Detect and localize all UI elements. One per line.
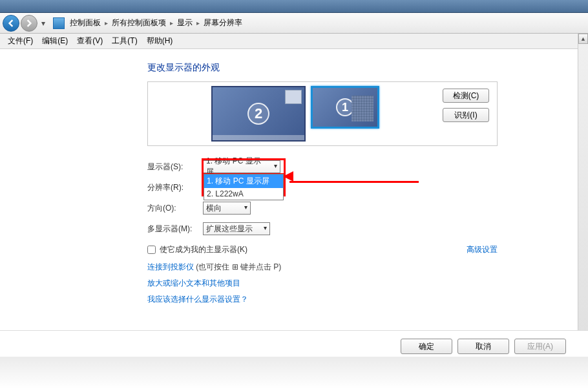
grid-thumb-icon [352,96,373,121]
breadcrumb-item[interactable]: 屏幕分辨率 [202,17,244,28]
breadcrumb[interactable]: 控制面板▸ 所有控制面板项▸ 显示▸ 屏幕分辨率 [68,17,244,28]
ok-button[interactable]: 确定 [401,339,452,354]
content-pane: 更改显示器的外观 2 1 检测(C) 识别(I) 显示器(S): 1. 移动 P… [0,49,588,311]
orientation-select[interactable]: 横向 [203,202,251,215]
taskbar-thumb [213,135,304,140]
resolution-label: 分辨率(R): [147,182,203,193]
navigation-bar: ▾ 控制面板▸ 所有控制面板项▸ 显示▸ 屏幕分辨率 [0,13,588,34]
advanced-settings-link[interactable]: 高级设置 [467,244,498,255]
menu-tools[interactable]: 工具(T) [108,34,141,48]
dropdown-option-1[interactable]: 1. 移动 PC 显示屏 [204,174,283,188]
arrow-line [289,181,419,183]
primary-display-checkbox[interactable] [147,246,156,254]
control-panel-icon [53,17,65,29]
detect-button[interactable]: 检测(C) [443,89,489,103]
identify-button[interactable]: 识别(I) [443,108,489,122]
cancel-button[interactable]: 取消 [457,339,509,354]
monitor-preview-box: 2 1 检测(C) 识别(I) [147,81,498,146]
menu-help[interactable]: 帮助(H) [143,34,177,48]
multi-display-select[interactable]: 扩展这些显示 [203,222,270,235]
menu-file[interactable]: 文件(F) [4,34,37,48]
monitor-1-preview[interactable]: 1 [311,86,379,129]
menu-edit[interactable]: 编辑(E) [38,34,72,48]
window-titlebar [0,0,588,13]
breadcrumb-item[interactable]: 显示 [176,17,194,28]
apply-button[interactable]: 应用(A) [514,339,566,354]
arrow-head-icon [283,171,293,182]
breadcrumb-item[interactable]: 所有控制面板项 [110,17,167,28]
nav-history-dropdown[interactable]: ▾ [39,17,48,30]
menu-view[interactable]: 查看(V) [73,34,107,48]
breadcrumb-item[interactable]: 控制面板 [68,17,102,28]
scroll-up-icon[interactable]: ▲ [578,34,588,44]
arrow-left-icon [7,19,15,27]
multi-display-label: 多显示器(M): [147,224,203,235]
monitor-2-preview[interactable]: 2 [211,86,306,142]
monitor-number-badge: 2 [247,103,269,125]
arrow-right-icon [25,19,33,27]
forward-button[interactable] [21,15,37,32]
dialog-footer: 确定 取消 应用(A) [0,330,588,354]
projector-hint: (也可按住 ⊞ 键并点击 P) [194,262,281,271]
display-label: 显示器(S): [147,162,203,173]
orientation-select-value: 横向 [206,203,222,214]
menu-bar: 文件(F) 编辑(E) 查看(V) 工具(T) 帮助(H) [0,34,588,49]
connect-projector-link[interactable]: 连接到投影仪 [147,262,194,271]
bottom-shadow [0,357,588,389]
window-thumb-icon [285,90,302,104]
annotation-arrow [289,176,419,185]
display-dropdown-list[interactable]: 1. 移动 PC 显示屏 2. L222wA [204,174,284,200]
primary-display-checkbox-label: 使它成为我的主显示器(K) [160,244,247,255]
multi-display-select-value: 扩展这些显示 [206,224,253,235]
text-size-link[interactable]: 放大或缩小文本和其他项目 [147,278,570,289]
page-heading: 更改显示器的外观 [147,62,570,74]
which-settings-link[interactable]: 我应该选择什么显示器设置？ [147,294,570,305]
dropdown-option-2[interactable]: 2. L222wA [204,188,283,200]
orientation-label: 方向(O): [147,203,203,214]
display-select[interactable]: 1. 移动 PC 显示屏 [203,160,280,173]
display-settings-form: 显示器(S): 1. 移动 PC 显示屏 分辨率(R): 1. 移动 PC 显示… [147,160,570,305]
back-button[interactable] [3,15,19,32]
